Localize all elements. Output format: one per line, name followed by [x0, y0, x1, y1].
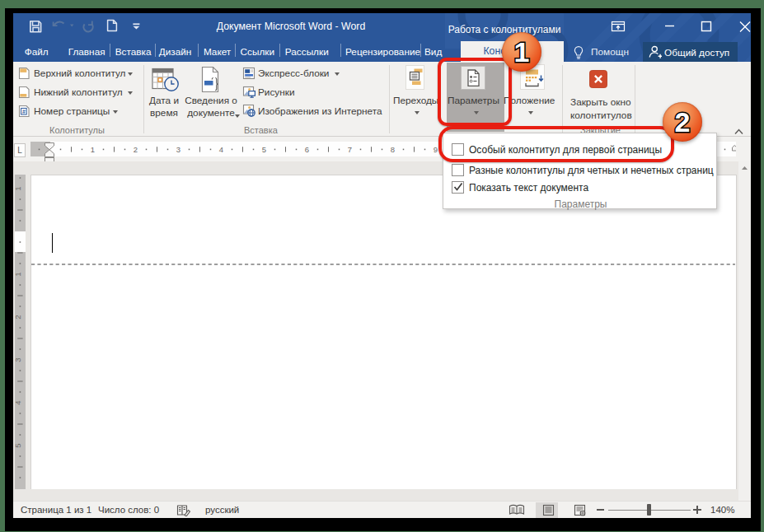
svg-text:5: 5: [15, 443, 22, 447]
svg-text:4: 4: [219, 145, 223, 154]
svg-text:7: 7: [348, 145, 352, 154]
svg-text:9: 9: [434, 145, 438, 154]
svg-text:5: 5: [262, 145, 266, 154]
svg-text:1: 1: [91, 145, 95, 154]
svg-text:2: 2: [15, 315, 22, 319]
svg-text:1: 1: [15, 272, 22, 276]
svg-text:1: 1: [514, 36, 530, 68]
svg-text:#: #: [22, 109, 26, 114]
svg-text:8: 8: [391, 145, 395, 154]
svg-text:2: 2: [675, 106, 691, 138]
svg-text:3: 3: [176, 145, 180, 154]
svg-text:3: 3: [15, 357, 22, 362]
svg-text:1: 1: [15, 186, 22, 190]
svg-text:2: 2: [134, 145, 138, 154]
svg-text:4: 4: [15, 400, 22, 404]
svg-text:6: 6: [305, 145, 309, 154]
